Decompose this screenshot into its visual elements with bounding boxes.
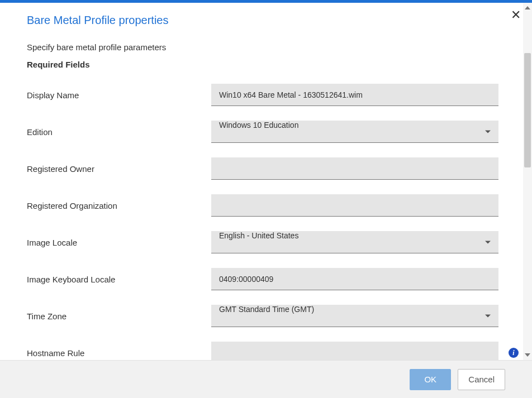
label-hostname-rule: Hostname Rule xyxy=(27,348,211,358)
field-registered-owner: Registered Owner xyxy=(27,157,498,180)
input-registered-owner[interactable] xyxy=(211,157,498,180)
scroll-down-icon[interactable] xyxy=(523,350,532,360)
dialog-body: Bare Metal Profile properties Specify ba… xyxy=(0,3,532,360)
field-image-keyboard-locale: Image Keyboard Locale xyxy=(27,268,498,290)
label-edition: Edition xyxy=(27,127,211,137)
scrollbar[interactable] xyxy=(523,3,532,360)
label-registered-owner: Registered Owner xyxy=(27,164,211,174)
svg-marker-0 xyxy=(525,6,530,9)
section-heading: Required Fields xyxy=(27,60,498,69)
select-time-zone[interactable]: GMT Standard Time (GMT) xyxy=(211,305,498,327)
scroll-up-icon[interactable] xyxy=(523,3,532,13)
label-registered-org: Registered Organization xyxy=(27,201,211,210)
field-hostname-rule: Hostname Rule i xyxy=(27,342,498,360)
ok-button[interactable]: OK xyxy=(410,369,451,390)
field-edition: Edition Windows 10 Education xyxy=(27,121,498,143)
label-image-locale: Image Locale xyxy=(27,238,211,247)
field-registered-org: Registered Organization xyxy=(27,194,498,217)
input-display-name[interactable] xyxy=(211,84,498,106)
label-image-keyboard-locale: Image Keyboard Locale xyxy=(27,275,211,284)
cancel-button[interactable]: Cancel xyxy=(458,369,505,390)
dialog-title: Bare Metal Profile properties xyxy=(27,14,498,27)
scroll-area: Bare Metal Profile properties Specify ba… xyxy=(0,3,532,360)
field-time-zone: Time Zone GMT Standard Time (GMT) xyxy=(27,305,498,327)
dialog-subtitle: Specify bare metal profile parameters xyxy=(27,42,498,52)
input-hostname-rule[interactable] xyxy=(211,342,498,360)
label-display-name: Display Name xyxy=(27,90,211,100)
dialog-footer: OK Cancel xyxy=(0,360,532,398)
input-image-keyboard-locale[interactable] xyxy=(211,268,498,290)
label-time-zone: Time Zone xyxy=(27,311,211,321)
input-registered-org[interactable] xyxy=(211,194,498,217)
scrollbar-thumb[interactable] xyxy=(524,53,531,167)
field-image-locale: Image Locale English - United States xyxy=(27,231,498,253)
svg-marker-1 xyxy=(525,353,530,357)
select-image-locale[interactable]: English - United States xyxy=(211,231,498,253)
info-icon[interactable]: i xyxy=(509,348,519,358)
select-edition[interactable]: Windows 10 Education xyxy=(211,121,498,143)
field-display-name: Display Name xyxy=(27,84,498,106)
